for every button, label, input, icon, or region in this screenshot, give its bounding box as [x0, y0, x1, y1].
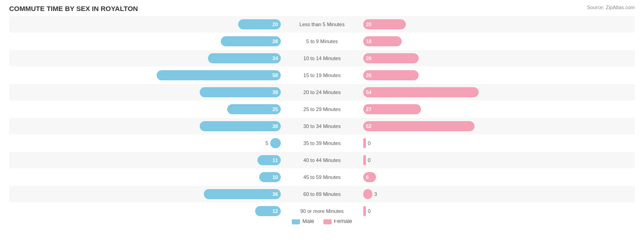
chart-row: 34 10 to 14 Minutes 26 — [9, 50, 635, 67]
female-bar: 52 — [363, 121, 475, 131]
female-bar — [363, 206, 366, 216]
female-value: 18 — [366, 39, 371, 44]
male-value: 38 — [273, 89, 278, 95]
female-value: 27 — [366, 106, 371, 112]
female-bar — [363, 189, 372, 199]
female-bar: 6 — [363, 172, 376, 182]
right-bar-area: 54 — [363, 87, 635, 97]
male-value: 10 — [273, 174, 278, 180]
male-bar: 10 — [259, 172, 281, 182]
right-bar-area: 26 — [363, 70, 635, 80]
chart-row: 38 30 to 34 Minutes 52 — [9, 118, 635, 134]
female-value: 52 — [366, 123, 371, 129]
male-bar: 38 — [200, 87, 281, 97]
row-label: 25 to 29 Minutes — [281, 106, 363, 112]
chart-row: 5 35 to 39 Minutes 0 — [9, 135, 635, 151]
row-label: 90 or more Minutes — [281, 208, 363, 214]
female-value: 6 — [366, 174, 369, 180]
male-bar: 11 — [257, 155, 281, 165]
chart-row: 28 5 to 9 Minutes 18 — [9, 33, 635, 50]
row-label: 45 to 59 Minutes — [281, 174, 363, 180]
left-bar-area: 20 — [9, 19, 281, 29]
left-bar-area: 11 — [9, 155, 281, 165]
left-bar-area: 10 — [9, 172, 281, 182]
male-bar: 34 — [208, 53, 281, 63]
left-bar-area: 12 — [9, 206, 281, 216]
right-bar-area: 3 — [363, 189, 635, 199]
left-bar-area: 38 — [9, 87, 281, 97]
left-bar-area: 58 — [9, 70, 281, 80]
right-bar-area: 26 — [363, 53, 635, 63]
right-bar-area: 20 — [363, 19, 635, 29]
female-value: 26 — [366, 56, 371, 61]
source-label: Source: ZipAtlas.com — [587, 5, 635, 10]
female-bar: 18 — [363, 36, 402, 46]
row-label: 35 to 39 Minutes — [281, 140, 363, 146]
male-value-outside: 5 — [264, 140, 270, 146]
bars-wrapper: 20 Less than 5 Minutes 20 28 5 to 9 Minu… — [9, 16, 635, 209]
chart-row: 12 90 or more Minutes 0 — [9, 203, 635, 219]
male-value: 12 — [273, 208, 278, 214]
female-bar: 20 — [363, 19, 406, 29]
chart-title: COMMUTE TIME BY SEX IN ROYALTON — [9, 5, 635, 12]
female-value-zero: 0 — [366, 157, 372, 163]
male-value: 38 — [273, 123, 278, 129]
chart-container: COMMUTE TIME BY SEX IN ROYALTON Source: … — [0, 0, 644, 240]
row-label: 40 to 44 Minutes — [281, 157, 363, 163]
female-bar — [363, 155, 366, 165]
male-bar: 20 — [238, 19, 281, 29]
row-label: 20 to 24 Minutes — [281, 89, 363, 95]
chart-row: 58 15 to 19 Minutes 26 — [9, 67, 635, 84]
right-bar-area: 0 — [363, 155, 635, 165]
row-label: 10 to 14 Minutes — [281, 56, 363, 61]
right-bar-area: 0 — [363, 138, 635, 148]
female-value-outside: 3 — [372, 191, 379, 197]
left-bar-area: 36 — [9, 189, 281, 199]
male-value: 28 — [273, 39, 278, 44]
male-value: 20 — [273, 22, 278, 27]
chart-row: 36 60 to 89 Minutes 3 — [9, 186, 635, 202]
male-bar — [270, 138, 281, 148]
right-bar-area: 6 — [363, 172, 635, 182]
female-value-zero: 0 — [366, 208, 372, 214]
left-bar-area: 28 — [9, 36, 281, 46]
male-bar: 28 — [221, 36, 281, 46]
right-bar-area: 0 — [363, 206, 635, 216]
male-bar: 25 — [227, 104, 281, 114]
male-value: 25 — [273, 106, 278, 112]
row-label: 30 to 34 Minutes — [281, 123, 363, 129]
male-bar: 58 — [157, 70, 281, 80]
chart-row: 38 20 to 24 Minutes 54 — [9, 84, 635, 100]
female-value: 54 — [366, 89, 371, 95]
female-value: 20 — [366, 22, 371, 27]
row-label: 5 to 9 Minutes — [281, 39, 363, 44]
left-bar-area: 38 — [9, 121, 281, 131]
female-bar: 54 — [363, 87, 479, 97]
chart-row: 20 Less than 5 Minutes 20 — [9, 16, 635, 33]
chart-row: 10 45 to 59 Minutes 6 — [9, 169, 635, 185]
female-bar: 27 — [363, 104, 421, 114]
right-bar-area: 52 — [363, 121, 635, 131]
female-bar: 26 — [363, 70, 419, 80]
right-bar-area: 18 — [363, 36, 635, 46]
female-value-zero: 0 — [366, 140, 372, 146]
female-value: 26 — [366, 73, 371, 78]
row-label: 60 to 89 Minutes — [281, 191, 363, 197]
male-value: 58 — [273, 73, 278, 78]
row-label: 15 to 19 Minutes — [281, 73, 363, 78]
chart-row: 11 40 to 44 Minutes 0 — [9, 152, 635, 168]
male-value: 34 — [273, 56, 278, 61]
chart-row: 25 25 to 29 Minutes 27 — [9, 101, 635, 117]
male-bar: 36 — [204, 189, 281, 199]
male-bar: 38 — [200, 121, 281, 131]
male-bar: 12 — [255, 206, 281, 216]
row-label: Less than 5 Minutes — [281, 22, 363, 27]
left-bar-area: 34 — [9, 53, 281, 63]
right-bar-area: 27 — [363, 104, 635, 114]
male-value: 36 — [273, 191, 278, 197]
male-value: 11 — [273, 157, 278, 163]
left-bar-area: 25 — [9, 104, 281, 114]
left-bar-area: 5 — [9, 138, 281, 148]
female-bar: 26 — [363, 53, 419, 63]
female-bar — [363, 138, 366, 148]
